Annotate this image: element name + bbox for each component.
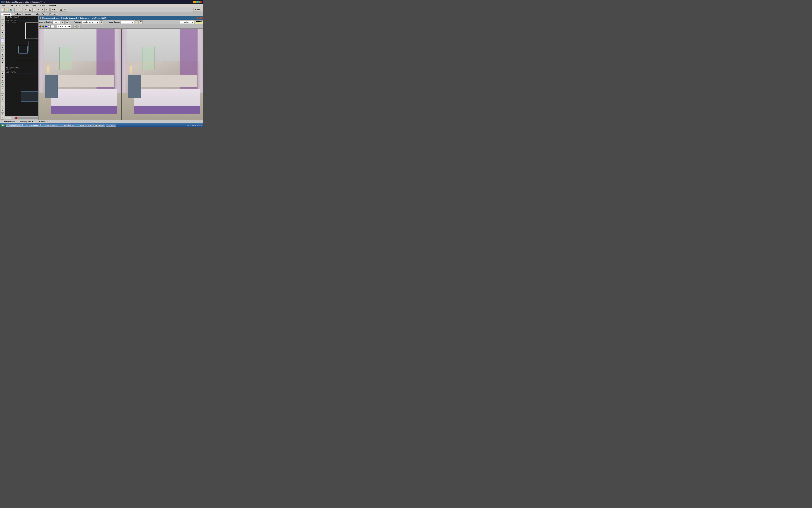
lock-viewport-btn[interactable]: 🔒: [100, 20, 103, 24]
title-bar-left: 3 Autodesk 3ds Max Design 2015 - AutoBac…: [1, 1, 45, 3]
render-action-btn[interactable]: Render: [195, 20, 203, 24]
select-lasso-btn[interactable]: ↖: [1, 38, 4, 42]
utilities-btn[interactable]: ⚙: [1, 35, 4, 38]
app-icon[interactable]: 3: [1, 1, 3, 3]
area-to-render-select[interactable]: View: [52, 20, 60, 24]
menu-item-views[interactable]: Views: [31, 4, 39, 7]
shape-btn[interactable]: ⬟: [1, 60, 4, 64]
viewport-select[interactable]: Quad 4 - На кр: [82, 20, 99, 24]
snapshot-btn[interactable]: 📷: [1, 94, 4, 97]
filter-all-button[interactable]: All ▼: [50, 8, 57, 12]
render-area-icon1[interactable]: ⊡: [61, 20, 65, 24]
render-preset-load-btn[interactable]: 📂: [135, 20, 139, 24]
render-preset-select[interactable]: ---: [121, 20, 134, 24]
select-button[interactable]: ↖: [24, 8, 28, 12]
white-channel-btn[interactable]: [48, 26, 50, 28]
wire-params-btn[interactable]: ⌀: [1, 116, 4, 120]
move-button[interactable]: ✛: [37, 8, 40, 12]
render-area-icon2[interactable]: ⊠: [65, 20, 69, 24]
svg-rect-21: [21, 91, 39, 101]
green-channel-btn[interactable]: [42, 26, 44, 28]
timeline-thumb[interactable]: [15, 117, 17, 119]
minimize-button[interactable]: –: [193, 1, 196, 3]
motion-btn[interactable]: ▶: [1, 27, 4, 31]
rotate-button[interactable]: ↻: [41, 8, 45, 12]
tab-freeform[interactable]: Freeform: [12, 12, 23, 15]
menu-item-modifiers[interactable]: Modifiers: [48, 4, 58, 7]
open-file-button[interactable]: 📂: [5, 8, 9, 12]
render-preset-save-btn[interactable]: 💾: [139, 20, 143, 24]
tab-populate[interactable]: Populate: [48, 12, 58, 15]
taskbar-app-1[interactable]: 🌐 Оптовая муфта ...: [23, 124, 41, 127]
display-btn[interactable]: 👁: [1, 31, 4, 34]
taskbar-time: 13:19: [190, 124, 194, 126]
hierarchy-btn[interactable]: ⛓: [1, 24, 4, 27]
scene-explorer-btn[interactable]: 🌲: [1, 83, 4, 86]
select-by-name-button[interactable]: 🔲: [28, 8, 32, 12]
modify-btn[interactable]: 🔧: [1, 20, 4, 23]
close-button[interactable]: ×: [199, 1, 202, 3]
mode-tabs: Modeling Freeform Selection Object Paint…: [0, 12, 203, 16]
align-btn[interactable]: ≡: [1, 64, 4, 68]
start-button[interactable]: ⊞: [1, 124, 5, 127]
clone-align-btn[interactable]: ⊕: [1, 109, 4, 112]
new-file-button[interactable]: 📄: [1, 8, 4, 12]
render-right-half: [122, 29, 203, 121]
scale-button[interactable]: ⤡: [45, 8, 49, 12]
bedroom-render-left: [39, 29, 122, 121]
select-region-lasso-btn[interactable]: ⊡: [1, 42, 4, 45]
render-production-button[interactable]: Render: [193, 8, 202, 12]
unlink-btn[interactable]: ⛓: [1, 53, 4, 57]
menu-item-tools[interactable]: Tools: [14, 4, 22, 7]
menu-item-create[interactable]: Create: [39, 4, 47, 7]
red-channel-btn[interactable]: [39, 26, 41, 28]
bind-space-btn[interactable]: ◉: [1, 57, 4, 60]
alpha-preview-btn[interactable]: [50, 25, 54, 28]
render-minimize-btn[interactable]: –: [195, 17, 198, 19]
normal-align-btn[interactable]: ⟂: [1, 68, 4, 72]
layer-btn[interactable]: ▦: [1, 79, 4, 82]
curve-editor-btn[interactable]: 〰: [1, 90, 4, 94]
material-editor-button[interactable]: ⬡: [63, 8, 67, 12]
mirror-btn[interactable]: ⟺: [1, 101, 4, 105]
clone-render-btn[interactable]: ⧉: [74, 25, 77, 28]
tab-modeling[interactable]: Modeling: [1, 12, 12, 15]
channel-select[interactable]: RGB Alpha: [57, 25, 71, 28]
note-track-btn[interactable]: 🗒: [1, 113, 4, 116]
redo-button[interactable]: ↷: [19, 8, 22, 12]
tab-object-paint[interactable]: Object Paint: [34, 12, 47, 15]
undo-button[interactable]: ↶: [14, 8, 18, 12]
select-region-button[interactable]: ⬜: [33, 8, 36, 12]
render-window: 🎨 На кроватку001, frame 0, Display Gamma…: [38, 16, 203, 124]
link-btn[interactable]: 🔗: [1, 49, 4, 53]
taskbar-app-0[interactable]: 3 AutoBackup02.m...: [6, 124, 22, 127]
maximize-button[interactable]: □: [196, 1, 199, 3]
clear-render-btn[interactable]: ⊠: [77, 25, 81, 28]
taskbar-app-4[interactable]: 🌐 Новая куртка зи...: [76, 124, 94, 127]
taskbar-app-5[interactable]: 📁 autoback: [94, 124, 105, 127]
render-setup-button[interactable]: 🎬: [59, 8, 63, 12]
save-button[interactable]: 💾: [9, 8, 13, 12]
isolate-btn[interactable]: ◉: [1, 75, 4, 79]
blue-channel-btn[interactable]: [45, 26, 47, 28]
tab-selection[interactable]: Selection: [23, 12, 34, 15]
menu-item-group[interactable]: Group: [22, 4, 30, 7]
menu-item-mxd[interactable]: MXD: [1, 4, 8, 7]
place-highlight-btn[interactable]: ◈: [1, 72, 4, 75]
render-close-btn[interactable]: ×: [201, 17, 203, 19]
taskbar-app-2[interactable]: 🌐 Серия | Ангоров...: [41, 124, 59, 127]
render-maximize-btn[interactable]: □: [198, 17, 200, 19]
taskbar-app-6[interactable]: 🌐 Бnokaзa: [105, 124, 116, 127]
timeline-prev-frame[interactable]: ◄: [8, 117, 11, 119]
status-separator: |: [17, 121, 17, 123]
taskbar-app-3[interactable]: 🌐 3ddd.ru/forum/t...: [59, 124, 76, 127]
production-select[interactable]: Production: [180, 20, 194, 24]
schematic-view-btn[interactable]: ⊞: [1, 86, 4, 90]
spacing-btn[interactable]: ⇔: [1, 105, 4, 109]
toolbar-sep-1: [13, 8, 14, 11]
create-btn[interactable]: +: [1, 16, 4, 19]
paint-sel-btn[interactable]: ✏: [1, 46, 4, 49]
menu-item-edit[interactable]: Edit: [8, 4, 14, 7]
array-btn[interactable]: ⠿: [1, 98, 4, 101]
timeline-prev-key[interactable]: |◄: [5, 117, 8, 119]
